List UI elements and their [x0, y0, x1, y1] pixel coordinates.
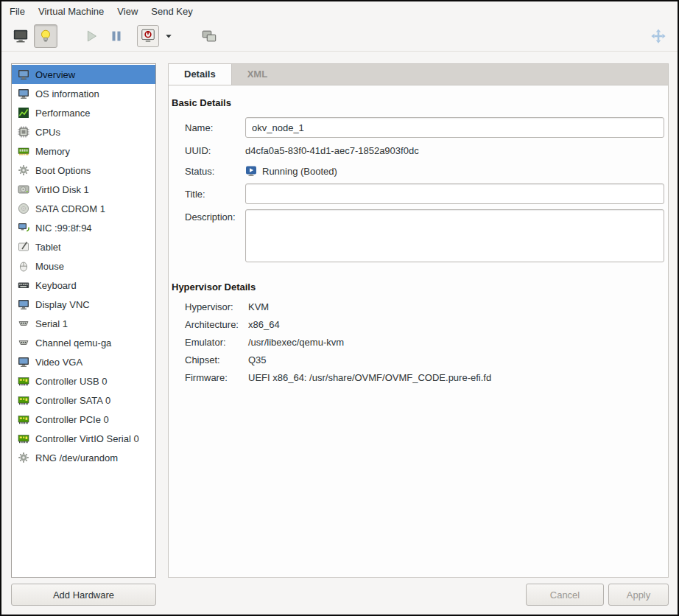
sidebar-item-boot-options[interactable]: Boot Options [12, 161, 155, 180]
vm-running-icon [245, 165, 257, 177]
menu-send-key[interactable]: Send Key [144, 1, 199, 21]
sidebar-item-label: RNG /dev/urandom [35, 452, 118, 463]
field-label: Hypervisor: [185, 301, 248, 312]
keyboard-icon [18, 279, 29, 291]
monitor-icon [18, 69, 29, 80]
sidebar-item-label: Memory [35, 146, 70, 157]
cpu-icon [18, 126, 29, 138]
name-input[interactable] [245, 117, 664, 138]
sidebar-item-mouse[interactable]: Mouse [12, 256, 155, 276]
cancel-button[interactable]: Cancel [526, 584, 604, 606]
hypervisor-rows: Hypervisor:KVMArchitecture:x86_64Emulato… [172, 301, 666, 383]
title-input[interactable] [245, 183, 664, 204]
tablet-icon [18, 241, 29, 253]
sidebar-item-keyboard[interactable]: Keyboard [12, 276, 155, 295]
sidebar-item-virtio-disk-1[interactable]: VirtIO Disk 1 [12, 180, 155, 199]
sidebar-item-memory[interactable]: Memory [12, 141, 155, 161]
sidebar-item-label: Display VNC [35, 299, 90, 310]
field-value: Q35 [248, 354, 666, 365]
menu-file[interactable]: File [3, 1, 32, 21]
sidebar-item-video-vga[interactable]: Video VGA [12, 352, 155, 371]
serial-icon [18, 337, 29, 349]
sidebar-item-label: Tablet [35, 242, 61, 253]
sidebar-item-serial-1[interactable]: Serial 1 [12, 314, 155, 333]
snapshots-icon [201, 28, 217, 44]
network-icon [18, 222, 29, 234]
sidebar-item-label: OS information [35, 88, 99, 99]
sidebar-item-controller-usb-0[interactable]: Controller USB 0 [12, 371, 155, 391]
board-icon [18, 413, 29, 425]
monitor-icon [18, 298, 29, 310]
sidebar-item-controller-pcie-0[interactable]: Controller PCIe 0 [12, 410, 155, 429]
console-monitor-icon [13, 28, 29, 44]
sidebar-item-label: Controller PCIe 0 [35, 414, 109, 425]
lightbulb-icon [38, 28, 54, 44]
show-hardware-details-button[interactable] [34, 24, 57, 48]
field-value: /usr/libexec/qemu-kvm [248, 337, 666, 348]
sidebar-item-channel-qemu-ga[interactable]: Channel qemu-ga [12, 333, 155, 352]
sidebar-item-rng-dev-urandom[interactable]: RNG /dev/urandom [12, 448, 155, 467]
add-hardware-button[interactable]: Add Hardware [11, 584, 156, 606]
snapshots-button[interactable] [197, 24, 221, 48]
sidebar-item-os-information[interactable]: OS information [12, 84, 155, 103]
description-input[interactable] [245, 209, 664, 262]
sidebar-item-label: Mouse [35, 261, 64, 272]
fullscreen-button[interactable] [647, 24, 670, 48]
pause-icon [108, 28, 124, 44]
pause-button[interactable] [105, 24, 128, 48]
sidebar-item-tablet[interactable]: Tablet [12, 237, 155, 256]
menu-virtual-machine[interactable]: Virtual Machine [32, 1, 110, 21]
chart-icon [18, 107, 29, 119]
sidebar-item-label: Controller SATA 0 [35, 395, 110, 406]
menu-view[interactable]: View [110, 1, 144, 21]
gear-icon [18, 452, 29, 463]
sidebar-item-label: Controller VirtIO Serial 0 [35, 433, 139, 444]
hardware-list: OverviewOS informationPerformanceCPUsMem… [11, 63, 156, 578]
sidebar-item-controller-sata-0[interactable]: Controller SATA 0 [12, 391, 155, 410]
name-label: Name: [185, 122, 245, 133]
tab-bar: Details XML [169, 64, 668, 85]
mouse-icon [18, 260, 29, 272]
sidebar-item-label: Controller USB 0 [35, 376, 108, 387]
description-label: Description: [185, 209, 245, 223]
tab-xml[interactable]: XML [232, 64, 283, 85]
field-label: Chipset: [185, 354, 248, 365]
disk-icon [18, 183, 29, 195]
sidebar-item-label: SATA CDROM 1 [35, 203, 105, 214]
apply-button[interactable]: Apply [608, 584, 669, 606]
details-pane: Details XML Basic Details Name: UUID: d4… [168, 63, 669, 606]
sidebar-item-sata-cdrom-1[interactable]: SATA CDROM 1 [12, 199, 155, 218]
sidebar-item-performance[interactable]: Performance [12, 103, 155, 122]
sidebar-item-cpus[interactable]: CPUs [12, 122, 155, 141]
gear-icon [18, 164, 29, 176]
field-value: UEFI x86_64: /usr/share/OVMF/OVMF_CODE.p… [248, 372, 666, 383]
main-area: OverviewOS informationPerformanceCPUsMem… [1, 52, 678, 615]
run-button[interactable] [80, 24, 103, 48]
sidebar-item-label: NIC :99:8f:94 [35, 223, 92, 234]
sidebar-item-controller-virtio-serial-0[interactable]: Controller VirtIO Serial 0 [12, 429, 155, 448]
show-console-button[interactable] [9, 24, 32, 48]
sidebar: OverviewOS informationPerformanceCPUsMem… [11, 63, 156, 606]
shutdown-button[interactable] [137, 25, 159, 47]
field-value: KVM [248, 301, 666, 312]
menubar: FileVirtual MachineViewSend Key [1, 1, 678, 21]
field-label: Firmware: [185, 372, 248, 383]
sidebar-item-label: Keyboard [35, 280, 77, 291]
tab-details[interactable]: Details [169, 64, 232, 85]
play-icon [83, 28, 99, 44]
sidebar-item-label: Performance [35, 108, 90, 119]
hypervisor-details-title: Hypervisor Details [172, 281, 666, 293]
sidebar-item-label: VirtIO Disk 1 [35, 184, 89, 195]
basic-details-form: Name: UUID: d4cfa0a5-83f0-41d1-aec7-1852… [172, 117, 666, 262]
sidebar-item-overview[interactable]: Overview [12, 65, 155, 84]
sidebar-item-nic-99-8f-94[interactable]: NIC :99:8f:94 [12, 218, 155, 237]
shutdown-menu-button[interactable] [161, 24, 177, 48]
sidebar-item-display-vnc[interactable]: Display VNC [12, 295, 155, 314]
board-icon [18, 375, 29, 387]
footer-actions: Cancel Apply [168, 584, 669, 606]
toolbar [1, 21, 678, 52]
notebook: Details XML Basic Details Name: UUID: d4… [168, 63, 669, 578]
details-content: Basic Details Name: UUID: d4cfa0a5-83f0-… [169, 85, 668, 577]
field-label: Architecture: [185, 319, 248, 330]
memory-icon [18, 145, 29, 157]
